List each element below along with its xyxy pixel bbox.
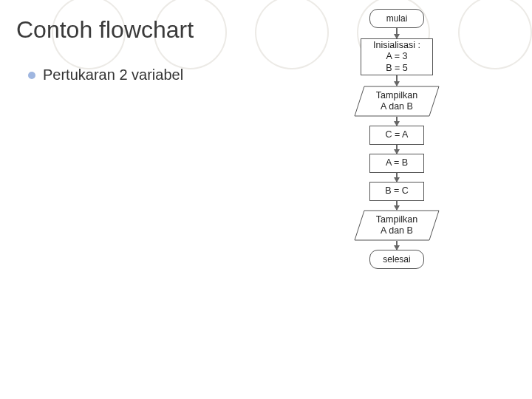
arrow-icon xyxy=(396,145,398,154)
arrow-icon xyxy=(396,117,398,126)
io-display-2-line1: Tampilkan xyxy=(376,214,417,225)
process-init: Inisialisasi : A = 3 B = 5 xyxy=(361,38,433,75)
arrow-icon xyxy=(396,173,398,182)
process-label: C = A xyxy=(386,129,409,140)
terminator-start-label: mulai xyxy=(386,13,408,24)
arrow-icon xyxy=(396,201,398,210)
decor-circle xyxy=(255,0,329,69)
bullet-dot-icon xyxy=(28,72,35,79)
process-c-equals-a: C = A xyxy=(369,126,424,145)
process-b-equals-c: B = C xyxy=(369,182,424,201)
terminator-end-label: selesai xyxy=(383,254,410,265)
io-display-1: Tampilkan A dan B xyxy=(354,86,440,117)
process-a-equals-b: A = B xyxy=(369,154,424,173)
slide-title: Contoh flowchart xyxy=(16,16,194,44)
terminator-end: selesai xyxy=(369,250,424,269)
process-init-line1: Inisialisasi : xyxy=(373,40,420,51)
process-label: B = C xyxy=(385,185,409,197)
bullet-text: Pertukaran 2 variabel xyxy=(43,66,183,83)
arrow-icon xyxy=(396,75,398,86)
flowchart: mulai Inisialisasi : A = 3 B = 5 Tampilk… xyxy=(334,9,460,269)
arrow-icon xyxy=(396,28,398,38)
process-init-line3: B = 5 xyxy=(386,63,408,74)
bullet-item: Pertukaran 2 variabel xyxy=(28,66,183,83)
decor-circle xyxy=(458,0,532,69)
process-label: A = B xyxy=(386,157,408,168)
io-display-2: Tampilkan A dan B xyxy=(354,210,440,241)
io-display-1-line2: A dan B xyxy=(376,101,417,112)
arrow-icon xyxy=(396,241,398,250)
terminator-start: mulai xyxy=(369,9,424,28)
io-display-2-line2: A dan B xyxy=(376,225,417,236)
io-display-1-line1: Tampilkan xyxy=(376,90,417,101)
process-init-line2: A = 3 xyxy=(386,51,408,62)
